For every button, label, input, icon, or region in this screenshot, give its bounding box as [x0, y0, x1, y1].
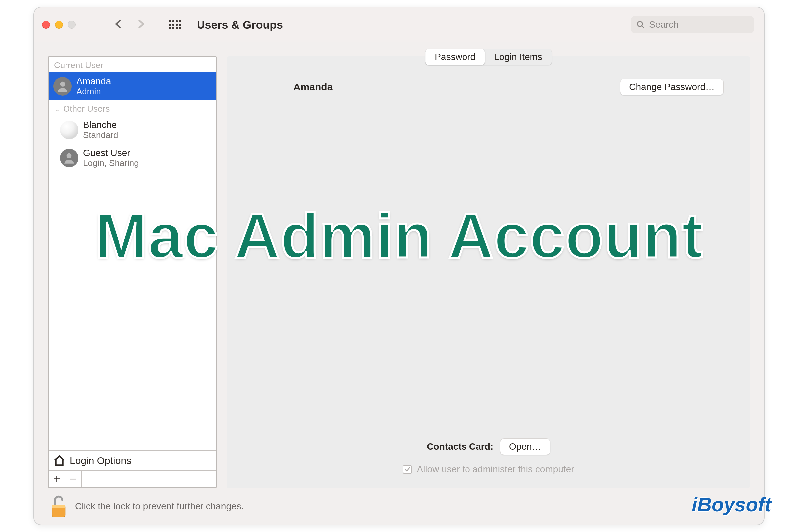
zoom-window-button[interactable]: [68, 21, 76, 28]
minimize-window-button[interactable]: [55, 21, 63, 28]
lock-icon[interactable]: [49, 495, 68, 518]
sidebar-item-current-user[interactable]: Amanda Admin: [49, 73, 216, 100]
contacts-card-label: Contacts Card:: [426, 441, 493, 452]
allow-admin-label: Allow user to administer this computer: [417, 464, 574, 475]
window-footer: Click the lock to prevent further change…: [34, 488, 764, 525]
user-role: Standard: [83, 130, 118, 140]
avatar-icon: [53, 77, 72, 96]
sidebar-item-user-blanche[interactable]: Blanche Standard: [49, 116, 216, 144]
svg-rect-5: [52, 505, 65, 508]
add-user-button[interactable]: +: [49, 471, 65, 488]
window-toolbar: Users & Groups Search: [34, 7, 764, 42]
svg-point-3: [67, 153, 72, 158]
window-controls: [42, 21, 76, 28]
search-input[interactable]: Search: [631, 16, 754, 33]
other-users-header[interactable]: ⌄ Other Users: [49, 100, 216, 116]
nav-arrows: [113, 17, 146, 33]
avatar-icon: [60, 121, 78, 139]
detail-tabs: Password Login Items: [425, 49, 552, 65]
chevron-down-icon: ⌄: [54, 105, 60, 113]
open-contacts-button[interactable]: Open…: [500, 438, 550, 455]
back-button[interactable]: [113, 17, 124, 33]
login-options-button[interactable]: Login Options: [49, 451, 216, 471]
show-all-icon[interactable]: [169, 20, 181, 29]
users-sidebar: Current User Amanda Admin ⌄ Other Users: [48, 56, 217, 488]
allow-admin-checkbox[interactable]: [403, 465, 412, 474]
user-name: Amanda: [76, 76, 111, 87]
current-user-header: Current User: [49, 57, 216, 73]
lock-help-text: Click the lock to prevent further change…: [75, 501, 244, 512]
preferences-window: Users & Groups Search Current User Amand: [33, 7, 765, 525]
tab-login-items[interactable]: Login Items: [485, 49, 552, 65]
svg-point-2: [60, 82, 65, 87]
change-password-button[interactable]: Change Password…: [620, 79, 723, 95]
avatar-icon: [60, 149, 78, 167]
home-icon: [53, 455, 65, 467]
close-window-button[interactable]: [42, 21, 50, 28]
user-detail-panel: Password Login Items Amanda Change Passw…: [227, 56, 750, 488]
user-name: Guest User: [83, 148, 139, 158]
search-icon: [636, 20, 645, 29]
tab-password[interactable]: Password: [425, 49, 485, 65]
window-title: Users & Groups: [197, 18, 283, 31]
detail-user-name: Amanda: [293, 81, 332, 93]
forward-button[interactable]: [136, 17, 146, 33]
remove-user-button[interactable]: −: [65, 471, 82, 488]
check-icon: [404, 466, 411, 473]
user-role: Login, Sharing: [83, 158, 139, 168]
user-role: Admin: [76, 87, 111, 97]
svg-line-1: [642, 26, 644, 28]
user-name: Blanche: [83, 120, 118, 130]
login-options-label: Login Options: [70, 455, 131, 466]
add-remove-row: + −: [49, 471, 216, 488]
window-content: Current User Amanda Admin ⌄ Other Users: [34, 42, 764, 488]
search-placeholder: Search: [649, 19, 679, 30]
sidebar-item-user-guest[interactable]: Guest User Login, Sharing: [49, 144, 216, 172]
